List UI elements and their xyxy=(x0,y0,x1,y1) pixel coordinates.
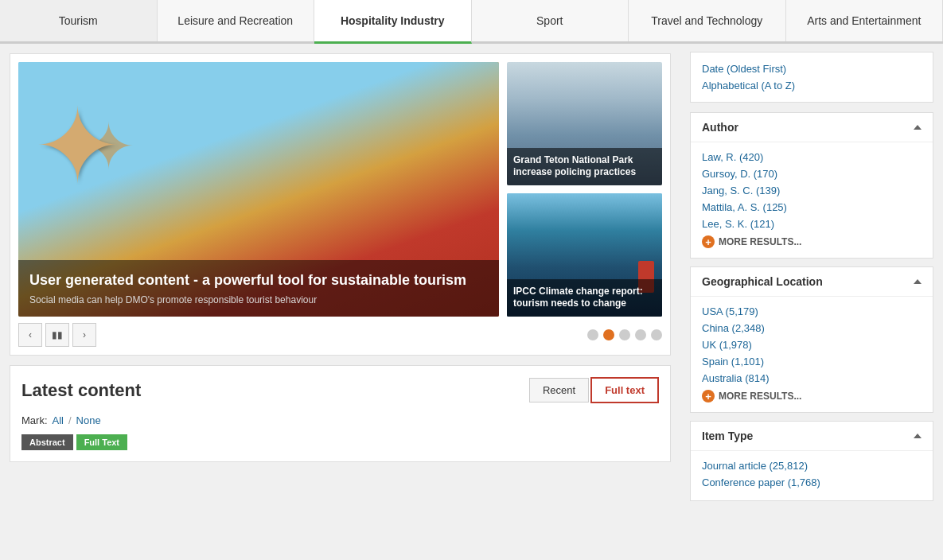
geo-filter-item-2[interactable]: UK (1,978) xyxy=(702,336,922,353)
author-plus-icon: + xyxy=(702,235,715,248)
right-sidebar: Date (Oldest First) Alphabetical (A to Z… xyxy=(680,44,943,517)
mark-none-link[interactable]: None xyxy=(76,414,101,426)
author-filter-section: Author Law, R. (420) Gursoy, D. (170) Ja… xyxy=(690,112,933,259)
carousel-main-title: User generated content - a powerful tool… xyxy=(29,271,488,290)
carousel-dots xyxy=(587,329,662,340)
dot-5[interactable] xyxy=(651,329,662,340)
carousel-pause-button[interactable]: ▮▮ xyxy=(45,323,69,347)
author-filter-item-2[interactable]: Jang, S. C. (139) xyxy=(702,182,922,199)
geo-filter-item-1[interactable]: China (2,348) xyxy=(702,320,922,336)
author-filter-title: Author xyxy=(702,121,738,134)
mark-all-link[interactable]: All xyxy=(53,414,64,426)
author-filter-header[interactable]: Author xyxy=(691,113,933,142)
author-filter-item-0[interactable]: Law, R. (420) xyxy=(702,149,922,165)
itemtype-filter-item-1[interactable]: Conference paper (1,768) xyxy=(702,474,922,491)
geo-chevron-icon xyxy=(914,279,922,284)
carousel-main-text: User generated content - a powerful tool… xyxy=(18,260,499,317)
dot-1[interactable] xyxy=(587,329,598,340)
abstract-tag[interactable]: Abstract xyxy=(21,434,73,450)
thumb-2-text: IPCC Climate change report: tourism need… xyxy=(507,279,662,317)
author-more-results[interactable]: + MORE RESULTS... xyxy=(702,235,922,248)
geo-filter-item-0[interactable]: USA (5,179) xyxy=(702,303,922,320)
itemtype-filter-section: Item Type Journal article (25,812) Confe… xyxy=(690,421,933,501)
tab-hospitality[interactable]: Hospitality Industry xyxy=(314,0,472,44)
tab-sport[interactable]: Sport xyxy=(472,0,629,41)
geo-plus-icon: + xyxy=(702,390,715,402)
carousel-next-button[interactable]: › xyxy=(72,323,96,347)
author-filter-body: Law, R. (420) Gursoy, D. (170) Jang, S. … xyxy=(691,142,933,258)
author-filter-item-4[interactable]: Lee, S. K. (121) xyxy=(702,216,922,232)
sort-links-section: Date (Oldest First) Alphabetical (A to Z… xyxy=(690,52,933,103)
tab-leisure[interactable]: Leisure and Recreation xyxy=(158,0,315,41)
carousel-inner: ✦ ✦ User generated content - a powerful … xyxy=(18,62,662,317)
content-tags: Abstract Full Text xyxy=(21,434,659,450)
dot-2[interactable] xyxy=(603,329,614,340)
itemtype-filter-header[interactable]: Item Type xyxy=(691,422,933,451)
dot-3[interactable] xyxy=(619,329,630,340)
left-content: ✦ ✦ User generated content - a powerful … xyxy=(0,44,680,517)
itemtype-filter-item-0[interactable]: Journal article (25,812) xyxy=(702,457,922,474)
fulltext-tag[interactable]: Full Text xyxy=(76,434,127,450)
carousel-main-slide[interactable]: ✦ ✦ User generated content - a powerful … xyxy=(18,62,499,317)
geo-filter-item-4[interactable]: Australia (814) xyxy=(702,370,922,387)
latest-content-header: Latest content Recent Full text xyxy=(21,377,659,403)
geo-filter-header[interactable]: Geographical Location xyxy=(691,267,933,297)
geo-filter-item-3[interactable]: Spain (1,101) xyxy=(702,353,922,370)
author-chevron-icon xyxy=(914,125,922,130)
thumb-1-text: Grand Teton National Park increase polic… xyxy=(507,148,662,185)
itemtype-filter-body: Journal article (25,812) Conference pape… xyxy=(691,451,933,500)
geo-more-results[interactable]: + MORE RESULTS... xyxy=(702,390,922,402)
latest-content-section: Latest content Recent Full text Mark: Al… xyxy=(10,365,671,462)
tab-travel[interactable]: Travel and Technology xyxy=(629,0,786,41)
author-filter-item-3[interactable]: Mattila, A. S. (125) xyxy=(702,199,922,216)
carousel-container: ✦ ✦ User generated content - a powerful … xyxy=(10,53,671,356)
latest-content-title: Latest content xyxy=(21,380,529,401)
carousel-controls: ‹ ▮▮ › xyxy=(18,323,662,347)
geo-filter-section: Geographical Location USA (5,179) China … xyxy=(690,266,933,413)
tab-arts[interactable]: Arts and Entertainment xyxy=(786,0,944,41)
sort-alphabetical[interactable]: Alphabetical (A to Z) xyxy=(702,77,922,94)
mark-separator: / xyxy=(68,414,72,426)
mark-row: Mark: All / None xyxy=(21,414,659,426)
mark-label: Mark: xyxy=(21,414,48,426)
fulltext-button[interactable]: Full text xyxy=(590,377,659,403)
geo-filter-title: Geographical Location xyxy=(702,275,823,288)
recent-button[interactable]: Recent xyxy=(529,378,589,402)
carousel-thumb-1[interactable]: Grand Teton National Park increase polic… xyxy=(507,62,662,185)
carousel-main-subtitle: Social media can help DMO's promote resp… xyxy=(29,294,488,305)
sort-date-oldest[interactable]: Date (Oldest First) xyxy=(702,60,922,77)
dot-4[interactable] xyxy=(635,329,646,340)
carousel-prev-button[interactable]: ‹ xyxy=(18,323,42,347)
main-layout: ✦ ✦ User generated content - a powerful … xyxy=(0,44,943,517)
tabs-bar: Tourism Leisure and Recreation Hospitali… xyxy=(0,0,943,44)
itemtype-chevron-icon xyxy=(914,434,922,438)
tab-tourism[interactable]: Tourism xyxy=(0,0,158,41)
geo-filter-body: USA (5,179) China (2,348) UK (1,978) Spa… xyxy=(691,297,933,412)
carousel-thumbs: Grand Teton National Park increase polic… xyxy=(507,62,662,317)
itemtype-filter-title: Item Type xyxy=(702,430,753,442)
carousel-thumb-2[interactable]: IPCC Climate change report: tourism need… xyxy=(507,193,662,317)
author-filter-item-1[interactable]: Gursoy, D. (170) xyxy=(702,165,922,182)
